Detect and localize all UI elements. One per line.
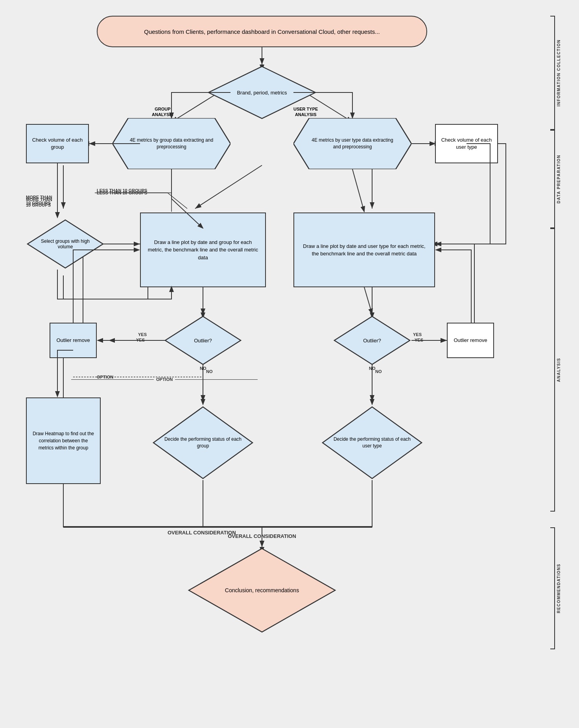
svg-text:YES: YES [413,332,422,337]
yes1-label: YES [136,338,145,342]
check-group-rect: Check volume of each group [26,124,89,163]
start-label: Questions from Clients, performance dash… [144,28,380,35]
svg-line-26 [168,193,187,209]
less10-label: LESS THAN 10 GROUPS [97,188,147,193]
diamond-outlier1: Outlier? [164,315,242,366]
rect-heatmap-label: Draw Heatmap to find out the correlation… [31,430,95,451]
rect-usertype-plot-label: Draw a line plot by date and user type f… [300,242,428,258]
section-info-collection: INFORMATION COLLECTION [550,16,561,130]
check-group-label: Check volume of each group [30,137,85,151]
option-label: OPTION [71,377,258,382]
svg-line-45 [364,287,372,314]
diamond-conclusion-label: Conclusion, recommendations [225,586,299,595]
section-data-prep: DATA PREPARATION [550,130,561,228]
rect-group-plot-label: Draw a line plot by date and group for e… [147,238,259,262]
diamond-status2: Decide the performing status of each use… [321,405,423,480]
hex-usertype-label: 4E metrics by user type data extracting … [309,137,396,150]
svg-line-7 [195,165,262,209]
check-usertype-label: Check volume of each user type [439,137,494,151]
no2-label: NO [369,366,376,371]
rect-usertype-plot: Draw a line plot by date and user type f… [293,212,435,287]
diamond-brand: Brand, period, metrics [207,65,317,120]
svg-line-43 [352,169,364,212]
overall-label: OVERALL CONSIDERATION [156,533,368,539]
diamond-status1: Decide the performing status of each gro… [152,405,254,480]
hex-group-label: 4E metrics by group data extracting and … [128,137,215,150]
diamond-outlier2-label: Outlier? [363,338,381,344]
svg-text:YES: YES [138,332,147,337]
hex-group: 4E metrics by group data extracting and … [112,118,230,169]
diamond-outlier1-label: Outlier? [194,338,212,344]
diamond-brand-label: Brand, period, metrics [237,90,287,96]
diamond-select: Select groups with high volume [26,218,105,270]
yes2-label: YES [415,338,423,342]
hex-usertype: 4E metrics by user type data extracting … [293,118,411,169]
rect-heatmap: Draw Heatmap to find out the correlation… [26,397,101,484]
outlier-remove1: Outlier remove [50,323,97,358]
rect-group-plot: Draw a line plot by date and group for e… [140,212,266,287]
more10-label: MORE THAN10 GROUPS [26,197,52,208]
outlier-remove2-label: Outlier remove [454,337,487,344]
start-node: Questions from Clients, performance dash… [97,16,427,47]
diamond-status1-label: Decide the performing status of each gro… [164,436,242,449]
diamond-status2-label: Decide the performing status of each use… [333,436,411,449]
diamond-select-label: Select groups with high volume [34,238,97,249]
section-analysis: ANALYSIS [550,228,561,512]
check-usertype-rect: Check volume of each user type [435,124,498,163]
outlier-remove1-label: Outlier remove [56,337,90,344]
svg-text:NO: NO [375,369,382,374]
diamond-outlier2: Outlier? [333,315,411,366]
diamond-conclusion: Conclusion, recommendations [187,547,337,634]
outlier-remove2: Outlier remove [447,323,494,358]
svg-text:NO: NO [206,369,213,374]
section-recommendations: RECOMMENDATIONS [550,527,561,649]
group-analysis-label: GROUPANALYSIS [152,106,173,118]
no1-label: NO [200,366,207,371]
